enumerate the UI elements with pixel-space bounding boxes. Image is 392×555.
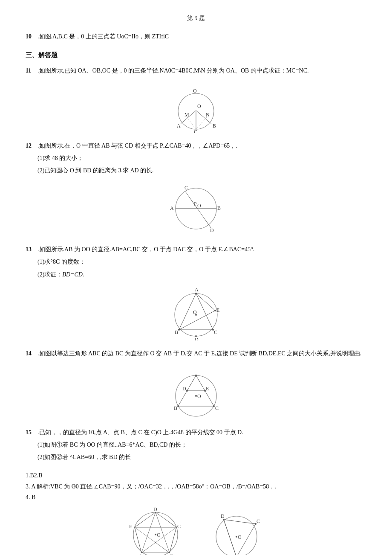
q14-text: .如图以等边三角形 ABC 的边 BC 为直径作 O 交 AB 于 D,交 AC… xyxy=(37,348,361,359)
svg-text:P: P xyxy=(194,201,197,207)
svg-text:D: D xyxy=(221,513,225,519)
svg-text:A: A xyxy=(170,205,174,211)
svg-text:B: B xyxy=(217,205,221,211)
svg-text:D: D xyxy=(182,386,186,392)
q15-num: 15 xyxy=(26,427,35,438)
q11-text: .如图所示,已知 OA、OB,OC 是，0 的三条半径.NA0C=4B0C,M\… xyxy=(37,65,309,76)
question-10: 10 .如图.A,B,C 是，0 上的三点若 UoC=IIo，则 ZTIfiC xyxy=(26,31,366,42)
q13-sub2: (2)求证：BD=CD. xyxy=(37,269,366,280)
question-12: 12 .如图所示.在，O 中直径 AB 与弦 CD 相交于点 P.∠CAB=40… xyxy=(26,140,366,237)
question-14: 14 .如图以等边三角形 ABC 的边 BC 为直径作 O 交 AB 于 D,交… xyxy=(26,348,366,419)
q12-text: .如图所示.在，O 中直径 AB 与弦 CD 相交于点 P.∠CAB=40，，∠… xyxy=(37,140,237,151)
svg-text:O: O xyxy=(193,88,197,94)
svg-text:D: D xyxy=(153,507,157,512)
question-11: 11 .如图所示,已知 OA、OB,OC 是，0 的三条半径.NA0C=4B0C… xyxy=(26,65,366,132)
q13-sub1: (1)求°8C 的度数； xyxy=(37,256,366,267)
section-title: 三、解答题 xyxy=(26,49,366,61)
q12-sub2: (2)已知圆心 O 到 BD 的距离为 3,求 AD 的长. xyxy=(37,165,366,176)
figure-bottom-2: D C B O 网② xyxy=(209,507,264,555)
page-title: 第 9 题 xyxy=(26,13,366,23)
svg-text:D: D xyxy=(210,227,214,233)
svg-line-39 xyxy=(179,311,215,330)
answer-1: 1.B2.B xyxy=(26,470,366,481)
q10-text: .如图.A,B,C 是，0 上的三点若 UoC=IIo，则 ZTIfiC xyxy=(37,31,169,42)
svg-text:B: B xyxy=(170,553,173,555)
svg-text:E: E xyxy=(206,386,209,392)
svg-line-60 xyxy=(141,527,176,553)
answer-block: 1.B2.B 3. A 解析:VBC 为 Θ0 直径.∠CAB=90，又；/OA… xyxy=(26,470,366,503)
figure-14: B C D E O xyxy=(26,364,366,419)
svg-text:M: M xyxy=(184,112,189,118)
q14-num: 14 xyxy=(26,348,35,359)
svg-line-61 xyxy=(135,527,170,553)
answer-3: 3. A 解析:VBC 为 Θ0 直径.∠CAB=90，又；/OAC=32，.，… xyxy=(26,481,366,492)
figure-11: O M N A B C O xyxy=(26,81,366,133)
svg-line-15 xyxy=(185,192,211,228)
q12-sub1: (1)求 48 的大小； xyxy=(37,153,366,163)
q13-num: 13 xyxy=(26,244,35,255)
figure-12: O A B C D P xyxy=(26,181,366,236)
svg-text:C: C xyxy=(184,185,188,191)
q11-num: 11 xyxy=(26,65,35,76)
svg-text:C: C xyxy=(214,329,217,335)
svg-text:D: D xyxy=(195,337,199,340)
svg-text:C: C xyxy=(215,405,219,411)
figure-bottom-1: D C B A E O 图① xyxy=(128,507,183,555)
question-13: 13 .如图所示.AB 为 OO 的直径.AB=AC,BC 交，O 于点 DAC… xyxy=(26,244,366,340)
q15-sub1: (1)如图①若 BC 为 OO 的直径..AB=6*AC、BD,CD 的长； xyxy=(37,439,366,450)
svg-text:A: A xyxy=(177,123,181,129)
svg-point-77 xyxy=(236,536,237,538)
svg-text:C: C xyxy=(257,518,260,524)
answer-4: 4. B xyxy=(26,492,366,503)
svg-text:O: O xyxy=(197,203,201,209)
svg-text:B: B xyxy=(213,123,216,129)
q10-num: 10 xyxy=(26,31,35,42)
svg-text:O: O xyxy=(197,103,201,109)
svg-text:N: N xyxy=(206,112,210,118)
svg-text:B: B xyxy=(175,329,178,335)
figure-13: A B C D E O xyxy=(26,285,366,340)
q13-text: .如图所示.AB 为 OO 的直径.AB=AC,BC 交，O 于点 DAC 交，… xyxy=(37,244,254,255)
svg-line-82 xyxy=(224,520,236,555)
q15-sub2: (2)如图②若 ^CAB=60，,求 BD 的长 xyxy=(37,452,366,462)
svg-line-59 xyxy=(141,512,156,553)
inline-figures: D C B A E O 图① D C B O xyxy=(26,507,366,555)
question-15: 15 .已知，，的直径为 10,点 A、点 B、点 C 在 C)O 上.4G48… xyxy=(26,427,366,463)
svg-text:A: A xyxy=(138,553,142,555)
q12-num: 12 xyxy=(26,140,35,151)
svg-text:C: C xyxy=(194,129,197,133)
svg-text:C: C xyxy=(177,523,181,529)
svg-text:E: E xyxy=(129,523,132,529)
svg-text:O: O xyxy=(238,534,242,540)
svg-line-79 xyxy=(224,520,256,524)
svg-text:E: E xyxy=(216,307,219,313)
svg-text:B: B xyxy=(174,405,177,411)
q15-text: .已知，，的直径为 10,点 A、点 B、点 C 在 C)O 上.4G48 的平… xyxy=(37,427,243,438)
svg-point-50 xyxy=(195,395,197,397)
svg-text:A: A xyxy=(195,287,199,293)
svg-point-70 xyxy=(216,516,257,555)
svg-line-11 xyxy=(196,117,207,129)
svg-point-68 xyxy=(155,534,156,535)
svg-marker-57 xyxy=(135,512,176,553)
svg-text:O: O xyxy=(193,309,197,315)
svg-text:O: O xyxy=(197,393,201,399)
svg-text:O: O xyxy=(157,532,161,538)
